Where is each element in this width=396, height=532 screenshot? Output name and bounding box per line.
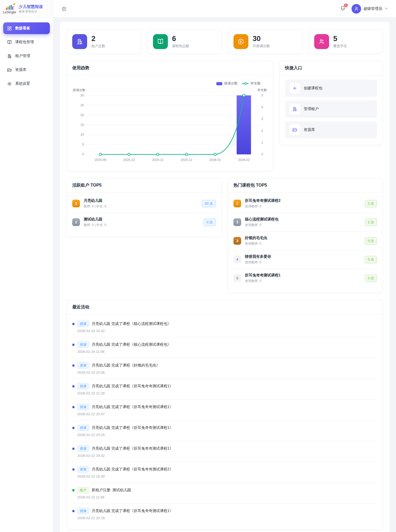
activity-text: 月亮幼儿园 完成了课程《核心流程测试课程包》 xyxy=(92,342,171,347)
lessons-bar xyxy=(237,95,251,154)
legend-label: 授课次数 xyxy=(224,81,237,86)
activity-row: 授课月亮幼儿园 完成了课程《折耳兔奇奇测试课程1》 2026-02-22 20:… xyxy=(72,400,377,421)
activity-dot xyxy=(72,510,75,512)
panel-title: 热门课程包 TOP5 xyxy=(228,178,382,193)
legend-students[interactable]: 学生数 xyxy=(242,81,261,86)
stat-card-tenants: 2 租户总数 xyxy=(67,29,141,54)
page: LeSingle 少儿智慧阅读 服务管理后台 数据看板 课程包管理 租户管理 xyxy=(0,0,396,532)
user-menu[interactable]: 超级管理员 xyxy=(351,4,388,14)
activity-time: 2026-02-22 21:39 xyxy=(77,391,377,395)
activity-time: 2026-02-24 11:06 xyxy=(77,350,377,354)
sidebar-item-resources[interactable]: 资源库 xyxy=(3,64,50,76)
building-icon xyxy=(7,54,12,59)
sidebar-item-course-packages[interactable]: 课程包管理 xyxy=(3,36,50,48)
stat-label: 租户总数 xyxy=(91,44,105,49)
activity-row: 授课月亮幼儿园 完成了课程《折耳兔奇奇测试课程1》 2026-02-22 21:… xyxy=(72,379,377,400)
lesson-count-badge: 30 次 xyxy=(202,200,216,207)
recent-activity-panel: 最近活动 授课月亮幼儿园 完成了课程《核心流程测试课程包》 2026-02-24… xyxy=(67,300,383,530)
sidebar-item-label: 资源库 xyxy=(15,67,26,72)
svg-text:授课次数: 授课次数 xyxy=(72,88,86,92)
sidebar-item-dashboard[interactable]: 数据看板 xyxy=(3,22,50,34)
course-name: 猜猜我有多爱你 xyxy=(245,254,361,259)
svg-text:2025-09: 2025-09 xyxy=(95,158,106,162)
activity-dot xyxy=(72,364,75,367)
stat-value: 6 xyxy=(172,35,189,43)
notification-badge: 5 xyxy=(344,3,348,8)
quick-resource-library[interactable]: 资源库 xyxy=(285,121,377,138)
stat-value: 5 xyxy=(333,35,347,43)
activity-tag: 授课 xyxy=(77,425,89,431)
building-icon xyxy=(72,34,87,49)
sidebar-item-settings[interactable]: 系统设置 xyxy=(3,78,50,90)
use-count-badge: 0 次 xyxy=(365,275,377,282)
activity-time: 2026-02-22 15:29 xyxy=(77,474,377,478)
stat-label: 课程包总数 xyxy=(172,44,189,49)
activity-row: 授课月亮幼儿园 完成了课程《核心流程测试课程包》 2026-02-24 14:4… xyxy=(72,317,377,337)
activity-tag: 授课 xyxy=(77,404,89,410)
activity-row: 授课月亮幼儿园 完成了课程《好饿的毛毛虫》 2026-02-23 20:06 xyxy=(72,358,377,379)
activity-row: 授课月亮幼儿园 完成了课程《核心流程测试课程包》 2026-02-24 11:0… xyxy=(72,337,377,358)
hot-courses-panel: 热门课程包 TOP5 1 折耳兔奇奇测试课程2 使用教师: 0 2 次 xyxy=(228,178,383,293)
legend-bar-swatch xyxy=(216,82,222,85)
activity-time: 2026-02-22 20:47 xyxy=(77,412,377,416)
activity-tag: 授课 xyxy=(77,508,89,514)
users-icon xyxy=(314,34,329,49)
activity-text: 月亮幼儿园 完成了课程《折耳兔奇奇测试课程2》 xyxy=(92,467,173,472)
notification-bell-button[interactable]: 5 xyxy=(340,5,346,12)
activity-text: 月亮幼儿园 完成了课程《核心流程测试课程包》 xyxy=(92,321,171,326)
svg-text:2026-01: 2026-01 xyxy=(209,158,221,162)
svg-text:2026-02: 2026-02 xyxy=(238,158,250,162)
sidebar-item-tenants[interactable]: 租户管理 xyxy=(3,50,50,62)
legend-lessons[interactable]: 授课次数 xyxy=(216,81,237,86)
activity-time: 2026-02-21 20:19 xyxy=(77,516,377,520)
activity-dot xyxy=(72,489,75,491)
svg-text:0: 0 xyxy=(261,152,263,156)
rank-badge: 2 xyxy=(233,218,241,226)
activity-text: 月亮幼儿园 完成了课程《折耳兔奇奇测试课程1》 xyxy=(92,509,173,513)
user-icon xyxy=(354,6,359,11)
activity-time: 2026-02-22 20:25 xyxy=(77,433,377,437)
course-meta: 使用教师: 0 xyxy=(245,204,361,209)
activity-text: 月亮幼儿园 完成了课程《折耳兔奇奇测试课程1》 xyxy=(92,384,173,389)
svg-text:1: 1 xyxy=(261,141,263,144)
use-count-badge: 0 次 xyxy=(365,256,377,263)
course-meta: 使用教师: 0 xyxy=(245,279,361,283)
fold-icon xyxy=(62,6,67,11)
legend-label: 学生数 xyxy=(250,81,261,86)
activity-text: 月亮幼儿园 完成了课程《好饿的毛毛虫》 xyxy=(92,363,160,368)
sidebar-item-label: 数据看板 xyxy=(15,26,30,31)
activity-dot xyxy=(72,448,75,450)
svg-text:5: 5 xyxy=(261,94,263,97)
folder-icon xyxy=(289,124,300,135)
svg-text:5: 5 xyxy=(82,143,84,146)
rank-badge: 5 xyxy=(233,274,241,282)
activity-time: 2026-02-23 20:06 xyxy=(77,370,377,374)
sidebar-collapse-button[interactable] xyxy=(61,5,68,12)
course-name: 折耳兔奇奇测试课程1 xyxy=(245,273,361,278)
svg-text:15: 15 xyxy=(80,123,84,127)
activity-row: 租户新租户注册: 测试幼儿园 2026-02-22 11:56 xyxy=(72,483,377,504)
x-axis-labels: 2025-09 2025-10 2025-11 2025-12 2026-01 … xyxy=(95,158,250,162)
folder-icon xyxy=(7,67,12,72)
svg-text:25: 25 xyxy=(80,103,84,107)
user-name: 超级管理员 xyxy=(363,6,382,11)
sidebar-menu: 数据看板 课程包管理 租户管理 资源库 系统设置 xyxy=(0,18,53,94)
tenant-row: 2 测试幼儿园 教师: 0 | 学生: 0 0 次 xyxy=(72,213,216,231)
logo: LeSingle 少儿智慧阅读 服务管理后台 xyxy=(0,0,53,18)
course-row: 2 核心流程测试课程包 使用教师: 0 2 次 xyxy=(233,213,377,232)
quick-create-course-package[interactable]: 创建课程包 xyxy=(285,80,377,97)
activity-dot xyxy=(72,344,75,346)
quick-manage-tenants[interactable]: 管理租户 xyxy=(285,100,377,118)
quick-entry-panel: 快捷入口 创建课程包 管理租户 xyxy=(280,61,383,145)
building-icon xyxy=(289,104,300,114)
right-axis-ticks: 5 4 3 2 1 0 xyxy=(261,94,263,156)
svg-text:学生数: 学生数 xyxy=(257,88,267,92)
stat-label: 覆盖学生 xyxy=(333,44,347,49)
sidebar-item-label: 租户管理 xyxy=(15,54,30,58)
quick-label: 资源库 xyxy=(304,127,315,132)
main-area: 5 超级管理员 xyxy=(53,0,396,532)
rank-badge: 4 xyxy=(233,256,241,263)
svg-text:2025-10: 2025-10 xyxy=(123,158,135,162)
usage-trend-chart: 授课次数 学生数 xyxy=(72,87,268,166)
dashboard-container: 2 租户总数 6 课程包总数 xyxy=(60,22,390,532)
